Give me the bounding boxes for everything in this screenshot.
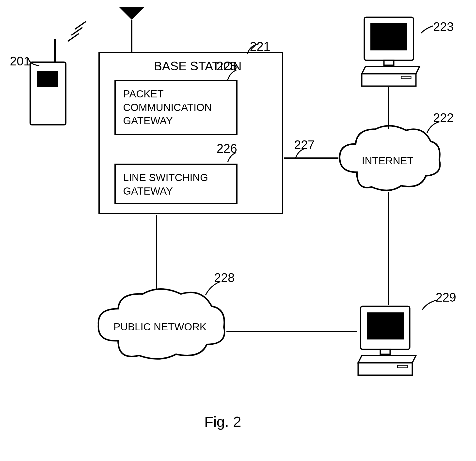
line-223-internet xyxy=(388,87,389,129)
base-station: BASE STATION PACKET COMMUNICATION GATEWA… xyxy=(98,52,283,214)
line-switching-gateway: LINE SWITCHING GATEWAY xyxy=(114,164,238,204)
leader-221 xyxy=(246,43,258,55)
leader-225 xyxy=(226,69,239,81)
diagram-container: 201 BASE STATION PACKET COMMUNICATION GA… xyxy=(0,0,476,461)
svg-rect-5 xyxy=(362,74,416,86)
svg-rect-6 xyxy=(401,76,411,79)
svg-rect-11 xyxy=(397,365,407,368)
line-public-229 xyxy=(226,331,357,332)
public-network-cloud: PUBLIC NETWORK xyxy=(91,287,229,365)
ref-223: 223 xyxy=(433,20,454,34)
ref-229: 229 xyxy=(436,290,456,305)
svg-rect-4 xyxy=(384,60,394,65)
leader-229 xyxy=(421,299,438,311)
svg-marker-1 xyxy=(119,7,144,20)
leader-227 xyxy=(294,148,306,160)
leader-226 xyxy=(226,151,239,164)
connection-227 xyxy=(284,157,338,159)
phone-body xyxy=(30,61,66,125)
antenna-icon xyxy=(117,6,146,53)
leader-223 xyxy=(420,25,434,34)
internet-label: INTERNET xyxy=(332,155,443,167)
svg-rect-8 xyxy=(367,312,404,339)
packet-gateway-label: PACKET COMMUNICATION GATEWAY xyxy=(123,87,229,128)
svg-rect-9 xyxy=(380,349,390,354)
svg-rect-3 xyxy=(370,23,407,50)
line-switching-gateway-label: LINE SWITCHING GATEWAY xyxy=(123,171,229,198)
computer-223 xyxy=(359,15,413,76)
phone-antenna xyxy=(54,39,56,64)
leader-222 xyxy=(426,121,441,135)
ref-201: 201 xyxy=(10,54,30,68)
line-internet-229 xyxy=(388,192,389,305)
svg-rect-10 xyxy=(358,363,412,375)
signal-icon xyxy=(69,25,94,39)
line-bs-public xyxy=(156,215,157,292)
mobile-phone xyxy=(30,39,66,125)
leader-228 xyxy=(204,280,222,298)
packet-gateway: PACKET COMMUNICATION GATEWAY xyxy=(114,80,238,135)
phone-screen xyxy=(37,71,58,87)
figure-label: Fig. 2 xyxy=(204,413,241,430)
leader-201 xyxy=(28,57,41,67)
public-network-label: PUBLIC NETWORK xyxy=(91,321,229,333)
computer-229 xyxy=(356,304,410,365)
